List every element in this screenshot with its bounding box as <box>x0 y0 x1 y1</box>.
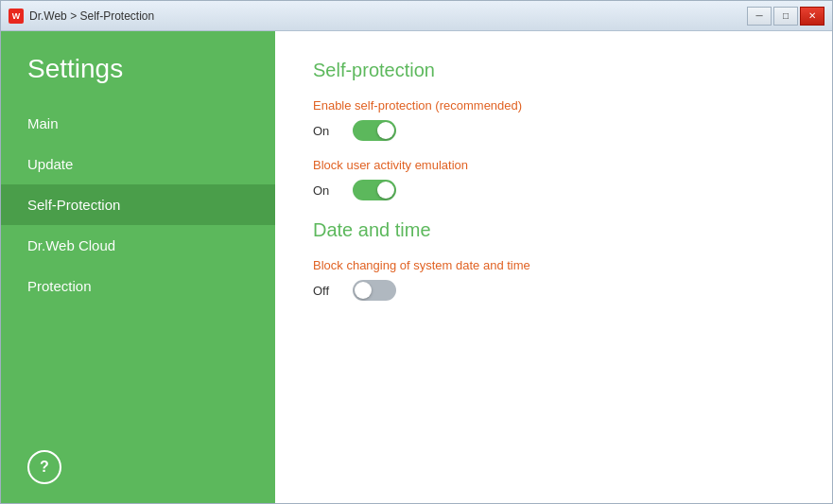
block-user-activity-toggle[interactable] <box>353 180 396 200</box>
sidebar: Settings Main Update Self-Protection Dr.… <box>1 31 275 503</box>
block-datetime-knob <box>355 282 372 299</box>
block-datetime-row: Block changing of system date and time O… <box>313 258 794 301</box>
window-title: Dr.Web > Self-Protection <box>29 9 154 23</box>
titlebar-left: W Dr.Web > Self-Protection <box>9 9 154 24</box>
content-area: Self-protection Enable self-protection (… <box>275 31 832 503</box>
enable-self-protection-state: On <box>313 124 341 138</box>
block-user-activity-knob <box>377 182 394 199</box>
enable-self-protection-label: Enable self-protection (recommended) <box>313 98 794 113</box>
date-time-section: Date and time Block changing of system d… <box>313 219 794 301</box>
sidebar-nav: Main Update Self-Protection Dr.Web Cloud… <box>1 103 275 431</box>
close-button[interactable]: ✕ <box>800 7 824 26</box>
sidebar-footer: ? <box>1 431 275 503</box>
minimize-button[interactable]: ─ <box>747 7 772 26</box>
titlebar: W Dr.Web > Self-Protection ─ □ ✕ <box>1 1 832 31</box>
block-datetime-toggle[interactable] <box>353 280 396 301</box>
sidebar-item-protection[interactable]: Protection <box>1 266 275 306</box>
enable-self-protection-toggle[interactable] <box>353 120 396 141</box>
enable-self-protection-knob <box>377 122 394 139</box>
enable-self-protection-row: Enable self-protection (recommended) On <box>313 98 794 141</box>
block-datetime-state: Off <box>313 284 341 298</box>
maximize-button[interactable]: □ <box>773 7 798 26</box>
block-user-activity-label: Block user activity emulation <box>313 158 794 172</box>
titlebar-buttons: ─ □ ✕ <box>747 7 824 26</box>
block-user-activity-control: On <box>313 180 794 200</box>
sidebar-item-self-protection[interactable]: Self-Protection <box>1 184 275 225</box>
app-icon: W <box>9 9 24 24</box>
self-protection-section: Self-protection Enable self-protection (… <box>313 60 794 200</box>
block-datetime-label: Block changing of system date and time <box>313 258 794 272</box>
help-button[interactable]: ? <box>27 450 61 484</box>
sidebar-item-drweb-cloud[interactable]: Dr.Web Cloud <box>1 225 275 266</box>
enable-self-protection-control: On <box>313 120 794 141</box>
main-content: Settings Main Update Self-Protection Dr.… <box>1 31 832 503</box>
sidebar-item-main[interactable]: Main <box>1 103 275 144</box>
block-user-activity-row: Block user activity emulation On <box>313 158 794 200</box>
self-protection-title: Self-protection <box>313 60 794 81</box>
application-window: W Dr.Web > Self-Protection ─ □ ✕ Setting… <box>0 0 833 504</box>
sidebar-item-update[interactable]: Update <box>1 144 275 184</box>
block-datetime-control: Off <box>313 280 794 301</box>
date-time-title: Date and time <box>313 219 794 241</box>
sidebar-header: Settings <box>1 31 275 103</box>
block-user-activity-state: On <box>313 183 341 198</box>
